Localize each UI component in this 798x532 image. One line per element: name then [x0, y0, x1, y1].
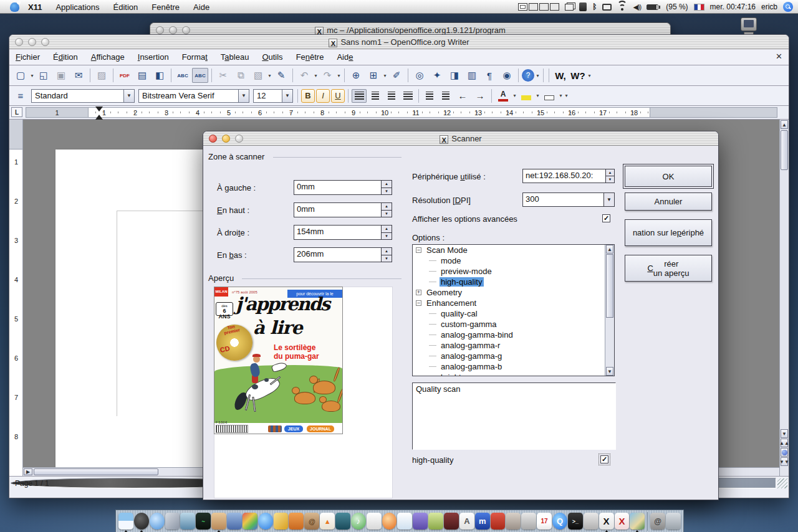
italic-icon[interactable]: I [316, 89, 330, 103]
dock-itunes-icon[interactable]: ♪ [351, 513, 366, 530]
dock-textedit-doc-icon[interactable] [367, 513, 382, 530]
high-quality-checkbox[interactable]: ✓ [600, 455, 608, 463]
page-preview-icon[interactable]: ◧ [151, 68, 168, 83]
table-dropdown-icon[interactable]: ▾ [382, 68, 388, 83]
help-icon[interactable]: ? [522, 69, 534, 82]
displays-icon[interactable] [602, 4, 612, 11]
dock-address-book-icon[interactable]: @ [304, 513, 319, 530]
tree-item[interactable]: analog-gamma-b [413, 361, 614, 372]
tree-item[interactable]: brightness [413, 372, 614, 376]
vertical-scrollbar[interactable]: ▲ ▼ ▲▲ ▼▼ [779, 120, 789, 476]
dock-stickies-icon[interactable] [428, 513, 443, 530]
font-color-dropdown-icon[interactable]: ▾ [512, 88, 517, 103]
close-button[interactable] [156, 26, 164, 34]
navigation-dot-icon[interactable] [781, 448, 788, 457]
dock-firefox-icon[interactable] [382, 513, 397, 530]
redo-dropdown-icon[interactable]: ▾ [336, 68, 342, 83]
volume-icon[interactable]: ◀)) [633, 3, 641, 11]
new-document-icon[interactable]: ▢ [12, 68, 29, 83]
underline-icon[interactable]: U [331, 89, 345, 103]
toolbar-options-icon[interactable]: ▾ [564, 88, 569, 103]
advanced-options-checkbox[interactable]: ✓ [602, 214, 610, 222]
align-justify-icon[interactable] [400, 89, 415, 103]
dock-x11-dev-icon[interactable]: X [615, 513, 630, 530]
styles-window-icon[interactable]: ≡ [12, 88, 29, 103]
chevron-down-icon[interactable]: ▼ [123, 90, 134, 102]
dock-quicktime-icon[interactable]: Q [552, 513, 567, 530]
tree-item-selected[interactable]: high-quality [413, 277, 614, 287]
clone-formatting-icon[interactable]: ✎ [273, 68, 289, 83]
decrease-indent-icon[interactable]: ← [454, 88, 471, 103]
font-size-combo[interactable]: 12▼ [253, 89, 293, 103]
right-field[interactable]: 154mm ▲▼ [294, 225, 392, 240]
wifi-icon[interactable] [617, 4, 627, 11]
spinner-icon[interactable]: ▲▼ [381, 203, 392, 217]
dock-x11-icon[interactable]: X [599, 513, 614, 530]
paste-icon[interactable]: ▧ [250, 68, 266, 83]
spinner-icon[interactable]: ▲▼ [605, 169, 614, 183]
spinner-icon[interactable]: ▲▼ [381, 181, 392, 194]
menu-aide[interactable]: Aide [193, 2, 209, 12]
menu-fenetre[interactable]: Fenêtre [296, 52, 324, 62]
minimize-button[interactable] [28, 38, 36, 46]
dock-ichat-icon[interactable] [258, 513, 273, 530]
dock-colorsync-icon[interactable] [243, 513, 257, 530]
dock-finder-icon[interactable] [118, 513, 133, 530]
edit-file-icon[interactable]: ▨ [94, 68, 110, 83]
menu-fenetre[interactable]: Fenêtre [151, 2, 180, 12]
bottom-field[interactable]: 206mm ▲▼ [294, 247, 392, 262]
zoom-button[interactable] [41, 38, 49, 46]
collapse-icon[interactable]: − [416, 247, 421, 253]
dock-toolbox-icon[interactable] [491, 513, 506, 530]
tree-item[interactable]: analog-gamma-r [413, 340, 614, 351]
collapse-icon[interactable]: − [416, 300, 421, 306]
zoom-button[interactable] [182, 26, 190, 34]
gallery-icon[interactable]: ◨ [446, 68, 463, 83]
draw-functions-icon[interactable]: ✐ [388, 68, 405, 83]
menu-fichier[interactable]: Fichier [16, 52, 40, 62]
copy-icon[interactable]: ⧉ [233, 68, 249, 83]
print-icon[interactable]: ▤ [134, 68, 150, 83]
expand-icon[interactable]: + [416, 290, 421, 295]
minimize-button[interactable] [222, 135, 230, 143]
align-center-icon[interactable] [368, 89, 383, 103]
font-name-combo[interactable]: Bitstream Vera Serif▼ [138, 89, 249, 103]
scrollbar-thumb[interactable] [781, 130, 788, 170]
wordcount-icon[interactable]: W, [552, 68, 569, 83]
resize-grip[interactable] [777, 478, 787, 488]
scroll-up-icon[interactable]: ▲ [781, 120, 788, 129]
new-dropdown-icon[interactable]: ▾ [29, 68, 35, 83]
data-sources-icon[interactable]: ▥ [464, 68, 480, 83]
workspace-pager[interactable] [518, 3, 559, 11]
formatting-marks-icon[interactable]: ¶ [481, 68, 498, 83]
dock-gimp-icon[interactable] [506, 513, 521, 530]
font-color-icon[interactable]: A [495, 88, 511, 103]
menu-affichage[interactable]: Affichage [91, 52, 125, 62]
tree-item[interactable]: custom-gamma [413, 319, 614, 330]
menu-insertion[interactable]: Insertion [138, 52, 169, 62]
dock-dashboard-clock-icon[interactable] [134, 513, 149, 530]
save-icon[interactable]: ▣ [53, 68, 69, 83]
scrollbar-thumb[interactable] [34, 468, 158, 475]
horizontal-ruler[interactable]: L 1 1 2 3 4 5 6 7 8 9 10 11 12 13 14 15 … [9, 106, 789, 120]
document-close-icon[interactable]: ✕ [776, 52, 782, 61]
menu-tableau[interactable]: Tableau [221, 52, 249, 62]
bullet-list-icon[interactable] [438, 89, 453, 103]
dock-imovie-icon[interactable] [413, 513, 428, 530]
toolbar-options-icon[interactable]: ▾ [535, 68, 541, 83]
spinner-icon[interactable]: ▲▼ [381, 226, 392, 239]
close-button[interactable] [209, 135, 217, 143]
tree-item[interactable]: mode [413, 255, 614, 266]
tree-item[interactable]: −Enhancement [413, 298, 614, 308]
dock-photo-booth-icon[interactable] [630, 513, 645, 530]
dock-ical-icon[interactable]: 17 [537, 513, 552, 530]
battery-icon[interactable] [647, 4, 660, 10]
dock-xcode-icon[interactable] [165, 513, 180, 530]
tree-item[interactable]: analog-gamma-g [413, 351, 614, 361]
zoom-icon[interactable]: ◉ [499, 68, 515, 83]
menu-edition[interactable]: Édition [53, 52, 78, 62]
left-field[interactable]: 0mm ▲▼ [294, 180, 392, 195]
dock-safari-icon[interactable] [150, 513, 165, 530]
dock-apple-installer-icon[interactable] [584, 513, 598, 530]
dock-mozilla-icon[interactable]: m [475, 513, 490, 530]
